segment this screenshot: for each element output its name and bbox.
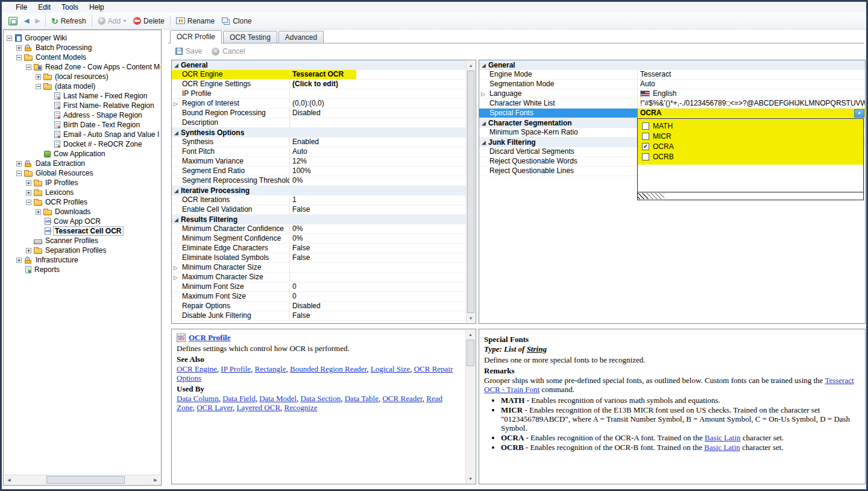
expand-icon[interactable]: +	[16, 161, 22, 166]
tree-item[interactable]: −Read Zone - Cow Apps - Content Mod	[4, 62, 160, 72]
help-link[interactable]: Basic Latin	[705, 433, 741, 442]
scroll-down-icon[interactable]: ▼	[467, 314, 475, 323]
help-link[interactable]: Data Column	[177, 394, 219, 403]
property-value[interactable]: (Click to edit)	[290, 80, 466, 89]
property-value[interactable]: Auto	[290, 147, 466, 156]
expand-icon[interactable]: +	[36, 74, 41, 80]
property-value[interactable]: !"#$%&'()*+,-./0123456789:;<=>?@ABCDEFGH…	[638, 99, 865, 108]
delete-button[interactable]: Delete	[130, 15, 168, 27]
property-value[interactable]: 0%	[290, 224, 466, 233]
collapse-icon[interactable]: −	[7, 36, 12, 41]
scroll-right-icon[interactable]: ▶	[151, 475, 160, 484]
property-value[interactable]: Auto	[638, 80, 865, 89]
help-link[interactable]: Basic Latin	[704, 443, 740, 452]
property-value[interactable]: 12%	[290, 157, 466, 166]
property-row[interactable]: ▷Maximum Character Size	[172, 273, 466, 282]
collapse-icon[interactable]: ◢	[172, 215, 181, 224]
property-row[interactable]: ▷Minimum Character Size	[172, 263, 466, 273]
property-row[interactable]: Minimum Font Size0	[172, 282, 466, 292]
property-row[interactable]: Eliminate Isolated SymbolsFalse	[172, 253, 466, 263]
add-button[interactable]: Add ▾	[94, 15, 130, 27]
tree-horizontal-scrollbar[interactable]: ◀ ▶	[4, 475, 160, 484]
expand-icon[interactable]: +	[26, 180, 31, 186]
menu-tools[interactable]: Tools	[56, 2, 84, 12]
property-value[interactable]: False	[290, 244, 466, 253]
category-row[interactable]: ◢General	[172, 60, 466, 70]
property-row[interactable]: Maximum Variance12%	[172, 157, 466, 166]
expand-icon[interactable]: +	[26, 190, 31, 195]
scrollbar-thumb[interactable]	[46, 476, 125, 484]
expand-icon[interactable]: +	[16, 258, 22, 263]
help-link[interactable]: IP Profile	[221, 364, 251, 373]
help-link[interactable]: OCR Engine	[177, 364, 217, 373]
save-button[interactable]: Save	[175, 47, 202, 55]
tree-item[interactable]: Address - Shape Region	[4, 110, 160, 120]
rename-button[interactable]: Rename	[172, 15, 218, 27]
property-value[interactable]: Disabled	[290, 109, 466, 118]
menu-edit[interactable]: Edit	[33, 2, 56, 12]
property-row[interactable]: ▷Region of Interest(0,0):(0,0)	[172, 99, 466, 109]
tree-item[interactable]: Docket # - ReOCR Zone	[4, 139, 160, 149]
refresh-button[interactable]: ↻ Refresh	[48, 15, 90, 27]
menu-help[interactable]: Help	[84, 2, 110, 12]
help-link[interactable]: Data Table	[345, 394, 379, 403]
tree-item[interactable]: −Grooper Wiki	[4, 33, 160, 43]
property-row[interactable]: OCR Engine Settings(Click to edit)	[172, 80, 466, 89]
tree-item[interactable]: −Global Resources	[4, 168, 160, 178]
tree-item[interactable]: Birth Date - Text Region	[4, 120, 160, 130]
property-value[interactable]: English	[638, 89, 865, 98]
collapse-icon[interactable]: −	[16, 171, 22, 176]
property-row[interactable]: Minimum Segment Confidence0%	[172, 234, 466, 244]
property-value[interactable]: (0,0):(0,0)	[290, 99, 466, 108]
help-link[interactable]: Data Model	[259, 394, 297, 403]
dropdown-button[interactable]: ▼	[854, 109, 864, 118]
collapse-icon[interactable]: −	[26, 200, 31, 205]
help-link[interactable]: Data Section	[300, 394, 341, 403]
property-row[interactable]: Eliminate Edge CharactersFalse	[172, 244, 466, 253]
property-row[interactable]: OCR EngineTesseract OCR	[172, 70, 466, 80]
tree-item[interactable]: +Batch Processing	[4, 43, 160, 52]
tree-item[interactable]: Tesseract Cell OCR	[4, 226, 160, 236]
property-value[interactable]	[290, 89, 466, 98]
property-value[interactable]: Disabled	[290, 302, 466, 311]
property-value[interactable]: OCRA▼	[638, 109, 865, 118]
dropdown-resize-grip[interactable]	[638, 192, 863, 200]
add-dropdown-caret[interactable]: ▾	[124, 18, 126, 24]
root-button[interactable]	[5, 15, 21, 27]
tab-ocr-profile[interactable]: OCR Profile	[170, 30, 222, 43]
scroll-down-icon[interactable]: ▼	[466, 474, 475, 483]
property-value[interactable]: False	[290, 253, 466, 262]
tree-item[interactable]: +IP Profiles	[4, 178, 160, 188]
property-value[interactable]: 1	[290, 195, 466, 204]
help-link[interactable]: Data Field	[222, 394, 256, 403]
property-row[interactable]: Description	[172, 118, 466, 128]
collapse-icon[interactable]: ◢	[479, 119, 488, 128]
property-row[interactable]: ▷LanguageEnglish	[479, 89, 865, 99]
dropdown-option[interactable]: MATH	[638, 121, 863, 131]
help-link[interactable]: Bounded Region Reader	[290, 364, 366, 373]
property-row[interactable]: Character White List!"#$%&'()*+,-./01234…	[479, 99, 865, 109]
tree-item[interactable]: +Downloads	[4, 207, 160, 217]
tree-item[interactable]: +Separation Profiles	[4, 246, 160, 255]
property-value[interactable]: Tesseract OCR	[290, 70, 466, 79]
category-row[interactable]: ◢Synthesis Options	[172, 128, 466, 138]
dropdown-option[interactable]: ✓OCRA	[638, 141, 863, 151]
tab-advanced[interactable]: Advanced	[278, 31, 324, 43]
menu-file[interactable]: File	[10, 2, 33, 12]
property-row[interactable]: Maximum Font Size0	[172, 292, 466, 302]
property-row[interactable]: Bound Region ProcessingDisabled	[172, 109, 466, 118]
property-row[interactable]: Segment Reprocessing Threshold0%	[172, 176, 466, 186]
unchecked-checkbox-icon[interactable]	[642, 122, 649, 130]
property-row[interactable]: Segmentation ModeAuto	[479, 80, 865, 89]
clone-button[interactable]: Clone	[218, 15, 255, 27]
expand-icon[interactable]: +	[36, 209, 41, 215]
property-value[interactable]: 0%	[290, 234, 466, 243]
help-link[interactable]: Layered OCR	[237, 403, 281, 412]
expand-icon[interactable]: ▷	[174, 264, 178, 272]
property-row[interactable]: Disable Junk FilteringFalse	[172, 311, 466, 321]
unchecked-checkbox-icon[interactable]	[642, 153, 649, 160]
help-link[interactable]: OCR Layer	[197, 403, 233, 412]
collapse-icon[interactable]: ◢	[479, 61, 488, 70]
property-value[interactable]	[290, 263, 466, 272]
collapse-icon[interactable]: −	[26, 65, 31, 70]
